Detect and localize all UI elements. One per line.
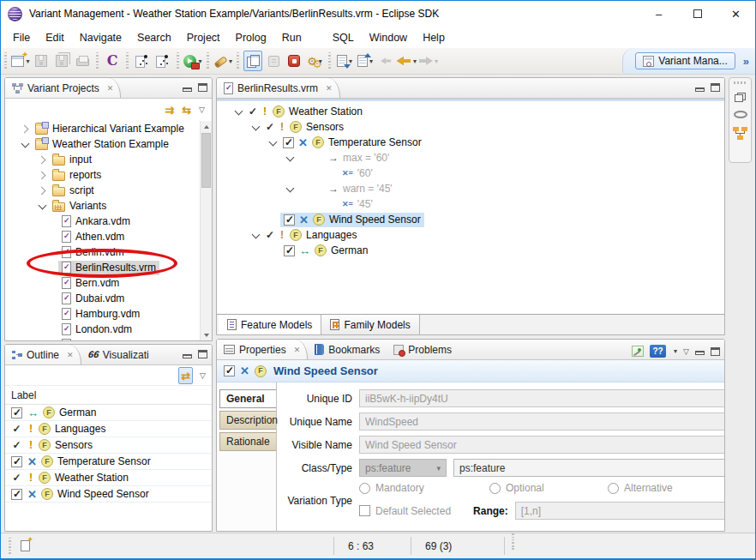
model-check-button[interactable] — [285, 51, 303, 71]
close-icon[interactable]: ✕ — [326, 84, 333, 93]
maximize-view-button[interactable] — [711, 347, 720, 356]
feature-row-sensors[interactable]: ✓!FSensors — [217, 119, 724, 135]
chevron-right-icon[interactable] — [36, 154, 48, 166]
file-row-hamburg-vdm[interactable]: Hamburg.vdm — [5, 306, 212, 322]
collapse-all-icon[interactable]: ⇉ — [165, 105, 174, 116]
close-icon[interactable]: ✕ — [67, 351, 74, 359]
chevron-right-icon[interactable] — [19, 123, 31, 135]
outline-column-header[interactable]: Label — [5, 386, 212, 405]
window-close-button[interactable]: ✕ — [717, 1, 755, 27]
file-row-berlinresults-vrm[interactable]: BerlinResults.vrm — [5, 260, 212, 275]
scroll-up-button[interactable] — [201, 121, 212, 132]
minimize-view-button[interactable] — [695, 351, 705, 355]
form-tab-description[interactable]: Description — [219, 411, 276, 430]
restore-views-icon[interactable] — [735, 93, 746, 102]
minimize-view-button[interactable] — [183, 354, 192, 358]
form-tab-general[interactable]: General — [219, 389, 276, 408]
chevron-down-icon[interactable] — [284, 183, 296, 195]
checkbox-checked[interactable] — [11, 456, 22, 467]
class-type-combo[interactable]: ps:feature▾ — [453, 459, 724, 477]
sync-with-editor-icon[interactable]: ⇆ — [182, 105, 191, 116]
tab-variant-projects[interactable]: Variant Projects ✕ — [5, 78, 121, 98]
view-menu-icon[interactable]: ▽ — [200, 371, 206, 380]
checkbox-checked[interactable] — [11, 489, 22, 500]
tab-bookmarks[interactable]: Bookmarks — [308, 340, 387, 359]
folder-row-script[interactable]: script — [5, 183, 212, 198]
menu-project[interactable]: Project — [179, 32, 228, 44]
feature-row-languages[interactable]: ✓!FLanguages — [217, 227, 724, 243]
close-icon[interactable]: ✕ — [294, 346, 301, 354]
copy-view-button[interactable] — [243, 51, 262, 71]
outline-row-wind-speed-sensor[interactable]: ✕FWind Speed Sensor — [5, 486, 212, 503]
outline-row-temperature-sensor[interactable]: ✕FTemperature Sensor — [5, 454, 212, 470]
ellipse-icon[interactable] — [734, 111, 747, 118]
checkbox-checked[interactable] — [284, 245, 295, 256]
attribute-value-row-60[interactable]: ✕='60' — [217, 166, 724, 181]
maximize-editor-button[interactable] — [711, 83, 720, 92]
maximize-view-button[interactable] — [198, 350, 207, 358]
print-button[interactable] — [73, 51, 92, 71]
feature-row-temperature-sensor[interactable]: ✕FTemperature Sensor — [217, 135, 724, 150]
file-row-ankara-vdm[interactable]: Ankara.vdm — [5, 214, 212, 229]
stamp-button[interactable] — [264, 51, 283, 71]
tab-outline[interactable]: Outline ✕ — [5, 345, 81, 364]
checkbox-checked[interactable] — [11, 407, 22, 418]
checkbox-checked[interactable] — [283, 137, 294, 148]
scroll-down-button[interactable] — [201, 329, 212, 340]
form-tab-rationale[interactable]: Rationale — [219, 432, 276, 451]
close-icon[interactable]: ✕ — [107, 84, 114, 93]
chevron-down-icon[interactable] — [249, 229, 261, 241]
link-with-editor-button[interactable]: ⇄ — [178, 367, 193, 384]
chevron-right-icon[interactable] — [36, 169, 48, 181]
tab-feature-models[interactable]: Feature Models — [219, 315, 321, 334]
menu-edit[interactable]: Edit — [38, 32, 72, 44]
file-row-dubai-vdm[interactable]: Dubai.vdm — [5, 291, 212, 306]
previous-annotation-button[interactable]: ▾ — [356, 51, 375, 71]
outline-row-sensors[interactable]: ✓!FSensors — [5, 437, 212, 454]
prolog-console-button[interactable]: C — [103, 51, 122, 71]
project-row-weather-station-example[interactable]: Weather Station Example — [5, 136, 212, 152]
tab-properties[interactable]: Properties ✕ — [217, 340, 308, 359]
window-minimize-button[interactable]: – — [639, 1, 678, 27]
view-menu-icon[interactable]: ▽ — [199, 105, 205, 114]
attribute-row-max[interactable]: →max = '60' — [217, 150, 724, 166]
scrollbar-thumb[interactable] — [201, 133, 211, 188]
chevron-down-icon[interactable] — [284, 152, 296, 164]
tab-problems[interactable]: Problems — [387, 340, 459, 359]
back-caret[interactable]: ▾ — [413, 57, 417, 65]
menu-window[interactable]: Window — [362, 32, 415, 44]
checkbox-checked[interactable] — [284, 214, 295, 226]
file-row-london-vdm[interactable]: London.vdm — [5, 322, 212, 337]
outline-row-weather-station[interactable]: ✓!FWeather Station — [5, 470, 212, 486]
external-tools-button[interactable]: ▾ — [183, 51, 202, 71]
chevron-right-icon[interactable] — [36, 184, 48, 196]
variant-management-perspective-button[interactable]: Variant Mana... — [635, 52, 735, 69]
chevron-down-icon[interactable] — [19, 138, 31, 150]
pin-icon[interactable] — [632, 346, 644, 357]
maximize-view-button[interactable] — [198, 83, 207, 92]
forward-button[interactable]: ▾ — [418, 51, 438, 71]
tab-visualization[interactable]: 66 Visualizati — [81, 345, 156, 364]
tab-family-models[interactable]: Family Models — [321, 315, 419, 334]
menu-prolog[interactable]: Prolog — [228, 32, 274, 44]
feature-row-german[interactable]: ↔FGerman — [217, 243, 724, 258]
help-caret[interactable]: ▾ — [674, 347, 677, 355]
vertical-scrollbar[interactable] — [200, 121, 212, 340]
file-row-bern-vdm[interactable]: Bern.vdm — [5, 275, 212, 291]
perspective-overflow-chevrons[interactable]: » — [743, 55, 748, 68]
minimize-editor-button[interactable] — [695, 87, 705, 92]
window-maximize-button[interactable] — [678, 1, 717, 27]
feature-row-wind-speed-sensor[interactable]: ✕FWind Speed Sensor — [217, 212, 724, 227]
chevron-down-icon[interactable] — [36, 200, 48, 212]
new-wizard-button[interactable]: ▾ — [11, 51, 30, 71]
menu-help[interactable]: Help — [415, 32, 453, 44]
file-row-madrid-vdm[interactable]: Madrid.vdm — [5, 337, 212, 340]
last-edit-location-button[interactable] — [376, 51, 395, 71]
menu-navigate[interactable]: Navigate — [72, 32, 129, 44]
minimize-view-button[interactable] — [183, 87, 192, 92]
folder-row-variants[interactable]: Variants — [5, 198, 212, 214]
project-row-hierarchical-variant-example[interactable]: Hierarchical Variant Example — [5, 121, 212, 136]
view-menu-icon[interactable]: ▽ — [683, 347, 689, 356]
next-annotation-button[interactable]: ▾ — [335, 51, 354, 71]
file-row-berlin-vdm[interactable]: Berlin.vdm — [5, 244, 212, 260]
